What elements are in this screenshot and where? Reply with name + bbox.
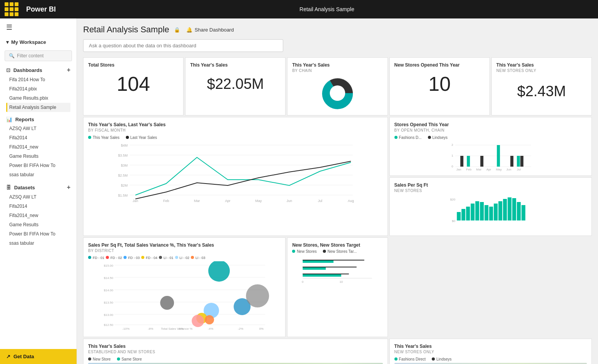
sidebar-item-retailanalysis[interactable]: Retail Analysis Sample	[6, 103, 70, 112]
reports-header[interactable]: 📊 Reports	[6, 117, 70, 122]
svg-text:$20: $20	[450, 198, 455, 201]
share-dashboard-button[interactable]: 🔔 Share Dashboard	[186, 27, 234, 33]
legend-fd04: FD - 04	[141, 256, 157, 260]
svg-text:10: 10	[340, 280, 343, 284]
sidebar-dataset-ssas[interactable]: ssas tabular	[6, 239, 70, 248]
svg-text:$14.00: $14.00	[104, 289, 114, 292]
svg-text:Feb: Feb	[163, 199, 169, 203]
add-dataset-icon[interactable]: +	[67, 184, 70, 191]
svg-text:$14.50: $14.50	[104, 276, 114, 280]
tile-this-year-sales[interactable]: This Year's Sales $22.05M	[185, 57, 286, 115]
nst-legend: New Stores New Stores Tar...	[292, 249, 383, 254]
tile-stores-opened-title: Stores Opened This Year	[394, 122, 587, 127]
tile-sales-month-subtitle: BY FISCAL MONTH	[88, 128, 383, 132]
svg-rect-58	[489, 207, 493, 220]
sidebar-workspace[interactable]: ▾ My Workspace	[0, 36, 77, 48]
tile-new-stores-target[interactable]: New Stores, New Stores Target New Stores…	[287, 237, 388, 337]
get-data-arrow-icon: ↗	[6, 354, 10, 359]
tile-established-subtitle: ESTABLISHED AND NEW STORES	[88, 350, 383, 354]
legend-fashions: Fashions D...	[394, 135, 422, 140]
sidebar-dataset-powerbififa[interactable]: Power BI FIFA How To	[6, 229, 70, 239]
sidebar-dataset-fifa2014[interactable]: Fifa2014	[6, 202, 70, 211]
dashboard-title: Retail Analysis Sample	[83, 25, 169, 35]
svg-rect-57	[484, 205, 488, 220]
tile-sales-new-map[interactable]: This Year's Sales NEW STORES ONLY Fashio…	[389, 339, 592, 364]
svg-point-90	[192, 315, 204, 327]
svg-rect-65	[521, 205, 525, 220]
tile-new-stores-value: 10	[394, 68, 485, 99]
svg-text:$2M: $2M	[121, 184, 128, 187]
dashboard-header: Retail Analysis Sample 🔒 🔔 Share Dashboa…	[83, 25, 592, 35]
datasets-section: 🗄 Datasets + AZSQ AW LT Fifa2014 Fifa201…	[0, 181, 77, 249]
svg-rect-60	[498, 201, 502, 220]
add-dashboard-icon[interactable]: +	[67, 67, 70, 73]
svg-text:Apr: Apr	[225, 199, 231, 203]
svg-rect-53	[466, 207, 470, 220]
legend-new-store: New Store	[88, 357, 111, 361]
legend-fashions-direct: Fashions Direct	[394, 357, 426, 361]
top-nav: Power BI Retail Analysis Sample	[0, 0, 598, 18]
dashboards-header[interactable]: ⊡ Dashboards +	[6, 67, 70, 73]
sidebar-item-powerbififa[interactable]: Power BI FIFA How To	[6, 161, 70, 170]
tile-sales-new-stores-title: This Year's Sales	[496, 62, 587, 68]
svg-rect-39	[510, 156, 513, 167]
sidebar-dataset-gameresults[interactable]: Game Results	[6, 220, 70, 229]
main-content: Retail Analysis Sample 🔒 🔔 Share Dashboa…	[77, 18, 598, 364]
reports-section: 📊 Reports AZSQ AW LT Fifa2014 Fifa2014_n…	[0, 114, 77, 181]
app-grid-icon[interactable]	[5, 2, 18, 16]
svg-rect-99	[303, 274, 349, 274]
svg-rect-52	[461, 209, 465, 220]
tile-sales-new-stores[interactable]: This Year's Sales NEW STORES ONLY $2.43M	[491, 57, 592, 115]
tile-sales-sqft-new[interactable]: Sales Per Sq Ft NEW STORES $20 $0	[389, 177, 592, 236]
sidebar-item-gameresults[interactable]: Game Results.pbix	[6, 94, 70, 103]
svg-text:$13.50: $13.50	[104, 301, 114, 304]
legend-this-year: This Year Sales	[88, 135, 120, 140]
bubble-chart-svg: $15.00 $14.50 $14.00 $13.50 $13.00 $12.5…	[88, 261, 281, 331]
tile-sqft-district-title: Sales Per Sq Ft, Total Sales Variance %,…	[88, 242, 281, 248]
tile-sales-established-map[interactable]: This Year's Sales ESTABLISHED AND NEW ST…	[83, 339, 388, 364]
sidebar-dataset-azsq[interactable]: AZSQ AW LT	[6, 192, 70, 202]
row3-right-stack: New Stores, New Stores Target New Stores…	[287, 237, 388, 337]
svg-text:Jun: Jun	[506, 168, 511, 171]
tile-total-stores[interactable]: Total Stores 104	[83, 57, 184, 115]
svg-rect-36	[497, 145, 500, 167]
svg-text:Mar: Mar	[476, 168, 481, 171]
tile-new-map-subtitle: NEW STORES ONLY	[394, 350, 587, 354]
dashboard-icon: ⊡	[6, 67, 10, 73]
tile-stores-opened[interactable]: Stores Opened This Year BY OPEN MONTH, C…	[389, 117, 592, 176]
dashboards-section: ⊡ Dashboards + Fifa 2014 How To Fifa2014…	[0, 63, 77, 114]
sidebar-item-fifa2014[interactable]: Fifa2014	[6, 133, 70, 142]
dataset-icon: 🗄	[6, 185, 11, 190]
sidebar-dataset-fifa2014new[interactable]: Fifa2014_new	[6, 211, 70, 220]
svg-point-84	[208, 261, 230, 282]
svg-rect-61	[503, 199, 507, 220]
svg-text:Jan: Jan	[456, 168, 461, 171]
tile-total-stores-value: 104	[88, 68, 179, 99]
tile-sales-by-month[interactable]: This Year's Sales, Last Year's Sales BY …	[83, 117, 388, 236]
established-legend: New Store Same Store	[88, 357, 383, 361]
sidebar-item-ssastabular[interactable]: ssas tabular	[6, 170, 70, 179]
sidebar-item-gameresults-report[interactable]: Game Results	[6, 152, 70, 161]
qa-input[interactable]	[83, 39, 283, 52]
legend-lindseys: Lindseys	[428, 135, 448, 140]
svg-text:$1.5M: $1.5M	[118, 194, 128, 197]
svg-text:$13.00: $13.00	[104, 313, 114, 317]
pie-chart-by-chain	[292, 76, 383, 110]
datasets-header[interactable]: 🗄 Datasets +	[6, 184, 70, 191]
tile-new-stores[interactable]: New Stores Opened This Year 10	[389, 57, 490, 115]
svg-rect-54	[471, 204, 474, 220]
sidebar-item-fifa2014pbix[interactable]: Fifa2014.pbix	[6, 84, 70, 94]
get-data-button[interactable]: ↗ Get Data	[0, 349, 77, 364]
share-icon: 🔔	[186, 27, 192, 33]
lock-icon: 🔒	[174, 27, 180, 33]
tile-sales-by-chain[interactable]: This Year's Sales BY CHAIN	[287, 57, 388, 115]
legend-li01: LI - 01	[159, 256, 174, 260]
svg-point-85	[160, 296, 174, 310]
sidebar-item-azsqawlt[interactable]: AZSQ AW LT	[6, 124, 70, 133]
report-icon: 📊	[6, 117, 12, 122]
legend-new-stores: New Stores	[292, 249, 317, 254]
hamburger-icon[interactable]: ☰	[0, 18, 77, 36]
tile-sales-sqft-district[interactable]: Sales Per Sq Ft, Total Sales Variance %,…	[83, 237, 286, 337]
sidebar-item-fifa2014new[interactable]: Fifa2014_new	[6, 142, 70, 152]
sidebar-item-fifa2014howto[interactable]: Fifa 2014 How To	[6, 75, 70, 84]
